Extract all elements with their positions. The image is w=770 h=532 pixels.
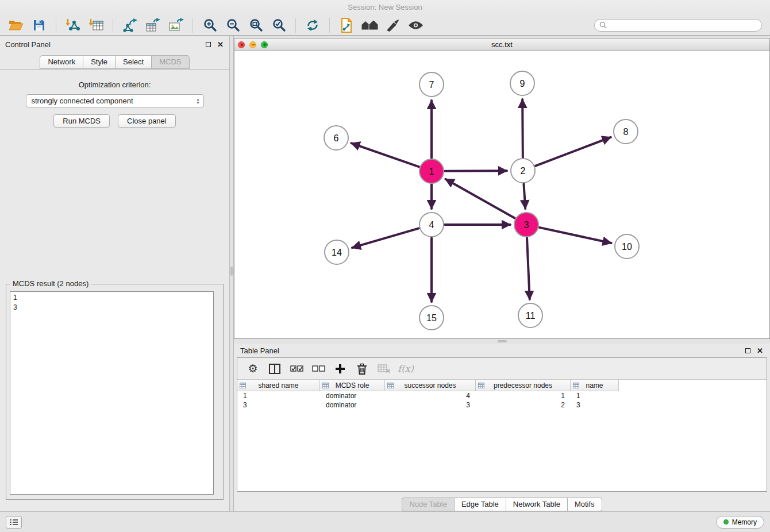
vertical-splitter[interactable] (230, 36, 234, 511)
document-share-icon[interactable] (335, 17, 358, 34)
edge-3-10[interactable] (539, 228, 611, 243)
node-label-1: 1 (429, 167, 434, 176)
column-header-label: MCDS role (336, 381, 369, 390)
run-mcds-button[interactable]: Run MCDS (53, 114, 110, 128)
table-row[interactable]: 3dominator323 (237, 400, 767, 410)
close-window-button[interactable] (238, 41, 245, 48)
close-panel-button[interactable]: Close panel (118, 114, 176, 128)
export-network-icon[interactable] (118, 17, 141, 34)
search-input[interactable] (610, 21, 757, 29)
gear-glyph: ⚙ (248, 363, 257, 374)
network-window-titlebar: scc.txt (234, 38, 769, 51)
column-header-predecessor-nodes[interactable]: predecessor nodes (476, 380, 571, 391)
column-header-name[interactable]: name (571, 380, 619, 391)
mcds-result-textarea[interactable]: 1 3 (10, 291, 214, 495)
edge-1-2[interactable] (445, 171, 507, 171)
splitter-handle[interactable] (498, 340, 507, 342)
edge-3-1[interactable] (445, 179, 515, 218)
column-header-mcds-role[interactable]: MCDS role (320, 380, 385, 391)
add-column-icon[interactable] (330, 360, 350, 377)
import-table-icon[interactable] (84, 17, 107, 34)
tab-edge-table[interactable]: Edge Table (455, 498, 506, 511)
minimize-window-button[interactable] (249, 41, 256, 48)
zoom-in-icon[interactable] (198, 17, 221, 34)
network-canvas[interactable]: 7968124314101511 (234, 51, 769, 338)
table-settings-gear-icon[interactable]: ⚙ (243, 360, 263, 377)
edge-2-3[interactable] (523, 184, 525, 209)
zoom-window-button[interactable] (261, 41, 268, 48)
node-label-2: 2 (521, 166, 526, 176)
folder-open-icon[interactable] (5, 17, 28, 34)
search-icon (599, 21, 607, 29)
edge-2-8[interactable] (536, 137, 611, 166)
tab-network-table[interactable]: Network Table (506, 498, 568, 511)
tab-node-table[interactable]: Node Table (402, 498, 455, 511)
splitter-handle[interactable] (230, 267, 233, 276)
node-label-3: 3 (524, 220, 529, 230)
float-table-panel-button[interactable] (744, 347, 752, 354)
zoom-out-icon[interactable] (221, 17, 244, 34)
table-cell: 1 (571, 391, 619, 400)
zoom-selected-icon[interactable] (267, 17, 290, 34)
save-icon[interactable] (28, 17, 51, 34)
home-icon[interactable] (358, 17, 381, 34)
node-label-14: 14 (332, 248, 342, 257)
edge-4-14[interactable] (352, 228, 419, 248)
horizontal-splitter[interactable] (234, 339, 770, 344)
control-panel-title: Control Panel (5, 40, 51, 49)
table-panel: Table Panel ✕ ⚙f(x) shared nameMCDS role… (234, 344, 770, 511)
zoom-fit-icon[interactable] (244, 17, 267, 34)
export-table-icon[interactable] (141, 17, 164, 34)
task-history-button[interactable] (6, 516, 22, 529)
import-network-icon[interactable] (61, 17, 84, 34)
network-window-title: scc.txt (234, 40, 769, 49)
optimization-criterion-label: Optimization criterion: (0, 80, 229, 89)
toolbar-separator (295, 18, 296, 33)
table-panel-header: Table Panel ✕ (234, 344, 770, 357)
edge-1-6[interactable] (351, 143, 419, 167)
node-label-15: 15 (426, 313, 437, 323)
deselect-all-icon[interactable] (309, 360, 328, 377)
node-label-4: 4 (429, 220, 434, 230)
memory-button[interactable]: Memory (716, 516, 764, 529)
column-header-successor-nodes[interactable]: successor nodes (385, 380, 476, 391)
select-all-icon[interactable] (287, 360, 306, 377)
tab-select[interactable]: Select (116, 55, 152, 69)
delete-icon[interactable] (352, 360, 372, 377)
style-brush-icon[interactable] (381, 17, 404, 34)
network-view-window: scc.txt 7968124314101511 (234, 38, 770, 339)
column-type-icon (387, 383, 394, 388)
toolbar-separator (192, 18, 193, 33)
tab-style[interactable]: Style (83, 55, 116, 69)
column-type-icon (240, 383, 246, 388)
optimization-criterion-dropdown[interactable]: strongly connected component ▲▼ (26, 94, 204, 107)
column-header-label: successor nodes (404, 381, 456, 390)
tab-network[interactable]: Network (40, 55, 83, 69)
mcds-result-group: MCDS result (2 nodes) 1 3 (6, 284, 224, 500)
edge-3-11[interactable] (527, 238, 530, 299)
close-control-panel-button[interactable]: ✕ (217, 41, 224, 48)
refresh-icon[interactable] (301, 17, 324, 34)
float-panel-button[interactable] (205, 41, 212, 48)
table-header-row: shared nameMCDS rolesuccessor nodesprede… (237, 380, 767, 391)
table-cell: 1 (476, 391, 571, 400)
tab-mcds[interactable]: MCDS (152, 55, 189, 69)
edge-2-9[interactable] (522, 99, 523, 157)
tab-motifs[interactable]: Motifs (568, 498, 602, 511)
node-label-9: 9 (520, 79, 525, 88)
main-toolbar (0, 15, 770, 36)
split-view-icon[interactable] (265, 360, 284, 377)
node-label-6: 6 (334, 133, 339, 143)
column-type-icon (322, 383, 329, 388)
export-image-icon[interactable] (164, 17, 187, 34)
column-header-shared-name[interactable]: shared name (237, 380, 320, 391)
window-title: Session: New Session (348, 3, 422, 11)
search-field[interactable] (594, 19, 762, 32)
control-panel-header: Control Panel ✕ (0, 36, 229, 53)
table-cell: 3 (385, 400, 476, 410)
table-row[interactable]: 1dominator411 (237, 391, 767, 400)
status-bar: Memory (0, 511, 770, 532)
close-table-panel-button[interactable]: ✕ (756, 347, 764, 354)
eye-icon[interactable] (404, 17, 427, 34)
memory-status-icon (723, 519, 729, 525)
